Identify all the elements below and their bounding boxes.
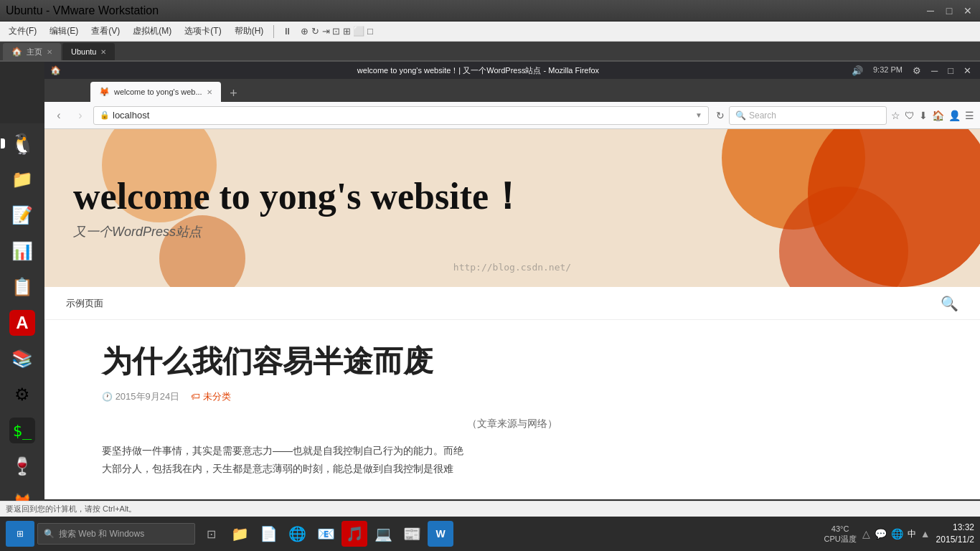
clock-date: 2015/11/2	[936, 534, 974, 546]
ff-new-tab-button[interactable]: +	[225, 85, 242, 102]
ff-forward-button[interactable]: ›	[72, 107, 89, 124]
ubuntu-sidebar: 🐧 📁 📝 📊 📋 A 📚 ⚙ $_ 🍷 🦊	[0, 123, 44, 551]
toolbar-separator	[273, 25, 274, 38]
ff-tab-label: welcome to yong's web...	[114, 88, 202, 96]
firefox-win-controls-left: 🏠	[50, 65, 108, 75]
taskbar-start-button[interactable]: ⊞	[6, 521, 34, 547]
menu-tabs[interactable]: 选项卡(T)	[179, 23, 227, 39]
wp-nav-sample-page[interactable]: 示例页面	[66, 297, 103, 310]
ff-tab-close-icon[interactable]: ✕	[207, 88, 212, 96]
systray-more-icon[interactable]: ▲	[920, 528, 930, 540]
ff-maximize-button[interactable]: □	[945, 65, 956, 76]
ff-minimize-button[interactable]: ─	[928, 65, 941, 76]
taskbar-app-reader[interactable]: 📰	[399, 521, 425, 547]
home-icon: 🏠	[11, 47, 22, 57]
taskbar-app-files[interactable]: 📁	[227, 521, 253, 547]
systray-wechat-icon[interactable]: 💬	[875, 528, 887, 540]
ff-search-icon: 🔍	[735, 110, 746, 121]
sidebar-app-terminal[interactable]: $_	[5, 413, 39, 448]
ff-menu-icon[interactable]: ☰	[965, 110, 974, 121]
taskbar-app-terminal[interactable]: 💻	[370, 521, 396, 547]
sidebar-app-settings[interactable]: ⚙	[5, 377, 39, 412]
sidebar-app-writer[interactable]: 📝	[5, 198, 39, 232]
close-button[interactable]: ✕	[961, 4, 974, 17]
ff-shield-icon[interactable]: 🛡	[905, 110, 915, 121]
vm-tab-home[interactable]: 🏠 主页 ✕	[3, 43, 61, 60]
ff-back-button[interactable]: ‹	[50, 107, 67, 124]
settings-icon: ⚙	[14, 385, 30, 405]
taskbar-search-icon: 🔍	[44, 529, 55, 539]
windows-logo-icon: ⊞	[17, 529, 24, 539]
sidebar-app-wine[interactable]: 🍷	[5, 449, 39, 484]
ff-url-text: localhost	[113, 110, 692, 121]
taskbar-systray: △ 💬 🌐 中 ▲	[862, 528, 930, 540]
taskbar-search-bar[interactable]: 🔍 搜索 Web 和 Windows	[37, 523, 195, 545]
ff-nav-icons: ☆ 🛡 ⬇ 🏠 👤 ☰	[891, 110, 974, 121]
menu-edit[interactable]: 编辑(E)	[44, 23, 84, 39]
vm-tab-home-close[interactable]: ✕	[47, 48, 52, 56]
firefox-tabs-bar: 🦊 welcome to yong's web... ✕ +	[44, 79, 980, 102]
wp-post-title: 为什么我们容易半途而废	[102, 342, 923, 382]
taskbar-app-doc[interactable]: 📄	[255, 521, 281, 547]
ff-refresh-button[interactable]: ↻	[716, 110, 725, 121]
systray-network-icon[interactable]: 🌐	[891, 528, 903, 540]
ff-pocket-icon[interactable]: 🏠	[932, 110, 944, 121]
wp-tagline: 又一个WordPress站点	[73, 223, 526, 240]
wp-site-header: welcome to yong's website！ 又一个WordPress站…	[44, 129, 980, 287]
font-viewer-icon: A	[9, 310, 35, 336]
ff-sync-icon[interactable]: 👤	[948, 110, 961, 121]
menu-view[interactable]: 查看(V)	[85, 23, 126, 39]
vm-tab-ubuntu[interactable]: Ubuntu ✕	[62, 43, 115, 60]
ff-volume-icon: 🔊	[849, 65, 866, 76]
sidebar-app-impress[interactable]: 📋	[5, 270, 39, 304]
menu-help[interactable]: 帮助(H)	[229, 23, 270, 39]
vm-tab-ubuntu-label: Ubuntu	[71, 47, 96, 56]
sidebar-app-files[interactable]: 📁	[5, 162, 39, 197]
wp-post-category[interactable]: 🏷 未分类	[191, 390, 231, 403]
clock-time: 13:32	[936, 522, 974, 534]
sidebar-app-font[interactable]: A	[5, 306, 39, 340]
toolbar-pause-icon[interactable]: ⏸	[278, 26, 296, 37]
sidebar-app-ubuntu[interactable]: 🐧	[5, 126, 39, 161]
ubuntu-taskbar: ⊞ 🔍 搜索 Web 和 Windows ⊡ 📁 📄 🌐 📧 🎵 💻 📰 W 4…	[0, 517, 980, 551]
firefox-tab-active[interactable]: 🦊 welcome to yong's web... ✕	[90, 82, 221, 102]
wp-navigation: 示例页面 🔍	[44, 287, 980, 320]
wp-post-meta: 🕐 2015年9月24日 🏷 未分类	[102, 390, 923, 403]
ff-download-icon[interactable]: ⬇	[919, 110, 928, 121]
ff-url-bar[interactable]: 🔒 localhost ▼	[93, 106, 709, 125]
ff-search-bar[interactable]: 🔍 Search	[729, 106, 887, 125]
menu-file[interactable]: 文件(F)	[3, 23, 42, 39]
taskbar-app-word[interactable]: W	[428, 521, 453, 547]
taskbar-app-music[interactable]: 🎵	[341, 521, 367, 547]
ff-url-dropdown-icon[interactable]: ▼	[695, 111, 702, 119]
taskbar-app-mail[interactable]: 📧	[313, 521, 339, 547]
wp-post-source: （文章来源与网络）	[102, 418, 923, 430]
vmware-status-bar: 要返回到您的计算机，请按 Ctrl+Alt。	[0, 501, 980, 517]
terminal-icon: $_	[9, 418, 35, 443]
wp-post-content: 为什么我们容易半途而废 🕐 2015年9月24日 🏷 未分类 （文章来源与网络）…	[44, 320, 980, 499]
writer-icon: 📝	[11, 205, 33, 225]
minimize-button[interactable]: ─	[924, 4, 937, 17]
taskbar-temperature: 43°C CPU温度	[824, 524, 857, 545]
taskbar-app-browser[interactable]: 🌐	[284, 521, 310, 547]
ff-bookmark-icon[interactable]: ☆	[891, 110, 900, 121]
taskbar-app-view[interactable]: ⊡	[198, 521, 224, 547]
ff-tab-favicon: 🦊	[99, 87, 110, 97]
wp-nav-search-icon[interactable]: 🔍	[941, 295, 958, 312]
sidebar-app-books[interactable]: 📚	[5, 342, 39, 376]
menu-vm[interactable]: 虚拟机(M)	[127, 23, 177, 39]
systray-expand-icon[interactable]: △	[862, 528, 870, 540]
ubuntu-logo-icon: 🐧	[10, 132, 35, 156]
sidebar-app-calc[interactable]: 📊	[5, 234, 39, 268]
wp-post-date: 🕐 2015年9月24日	[102, 390, 179, 403]
vm-tab-home-label: 主页	[27, 47, 42, 57]
systray-ime-icon[interactable]: 中	[908, 528, 916, 540]
ff-time-display: 9:32 PM	[870, 65, 905, 76]
ff-settings-icon[interactable]: ⚙	[910, 65, 924, 76]
maximize-button[interactable]: □	[943, 4, 956, 17]
vm-tab-ubuntu-close[interactable]: ✕	[100, 48, 106, 56]
wine-icon: 🍷	[11, 456, 33, 476]
ff-close-button[interactable]: ✕	[961, 65, 974, 76]
wp-site-title: welcome to yong's website！	[73, 176, 526, 217]
wp-watermark: http://blog.csdn.net/	[453, 262, 571, 273]
